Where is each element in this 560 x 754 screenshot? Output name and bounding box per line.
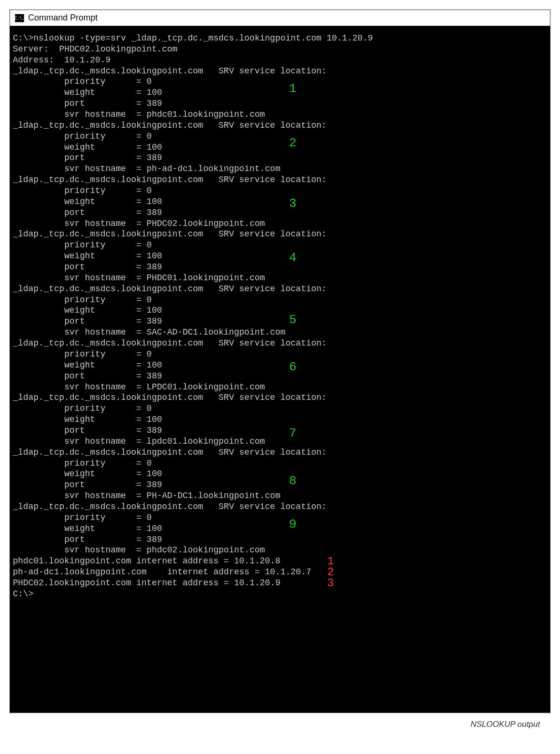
srv-port: port = 389 [13, 371, 550, 382]
annotation-number-green: 9 [289, 517, 297, 532]
annotation-number-green: 8 [289, 473, 297, 489]
srv-hostname: svr hostname = PH-AD-DC1.lookingpoint.co… [13, 490, 550, 501]
srv-port: port = 389 [13, 207, 550, 218]
srv-header: _ldap._tcp.dc._msdcs.lookingpoint.com SR… [13, 284, 550, 295]
annotation-number-green: 7 [289, 426, 297, 441]
srv-weight: weight = 100 [13, 360, 550, 371]
titlebar[interactable]: C:\. Command Prompt [10, 10, 550, 26]
cmd-icon: C:\. [15, 14, 24, 22]
srv-header: _ldap._tcp.dc._msdcs.lookingpoint.com SR… [13, 120, 550, 131]
server-line: Server: PHDC02.lookingpoint.com [13, 44, 550, 55]
annotation-number-green: 4 [289, 250, 297, 266]
srv-priority: priority = 0 [13, 403, 550, 414]
srv-priority: priority = 0 [13, 76, 550, 87]
srv-header: _ldap._tcp.dc._msdcs.lookingpoint.com SR… [13, 229, 550, 240]
srv-priority: priority = 0 [13, 458, 550, 469]
srv-priority: priority = 0 [13, 295, 550, 306]
srv-record: _ldap._tcp.dc._msdcs.lookingpoint.com SR… [13, 174, 550, 229]
address-line: Address: 10.1.20.9 [13, 55, 550, 66]
internet-address-line: phdc01.lookingpoint.com internet address… [13, 556, 550, 567]
window-title: Command Prompt [28, 13, 98, 23]
srv-record: _ldap._tcp.dc._msdcs.lookingpoint.com SR… [13, 392, 550, 447]
srv-port: port = 389 [13, 98, 550, 109]
srv-header: _ldap._tcp.dc._msdcs.lookingpoint.com SR… [13, 447, 550, 458]
srv-weight: weight = 100 [13, 251, 550, 262]
annotation-number-red: 3 [327, 576, 334, 591]
srv-record: _ldap._tcp.dc._msdcs.lookingpoint.com SR… [13, 66, 550, 120]
srv-weight: weight = 100 [13, 142, 550, 153]
internet-address-line: PHDC02.lookingpoint.com internet address… [13, 578, 550, 589]
srv-weight: weight = 100 [13, 469, 550, 479]
srv-record: _ldap._tcp.dc._msdcs.lookingpoint.com SR… [13, 447, 550, 501]
srv-hostname: svr hostname = PHDC02.lookingpoint.com [13, 218, 550, 229]
srv-port: port = 389 [13, 534, 550, 545]
srv-weight: weight = 100 [13, 414, 550, 425]
srv-priority: priority = 0 [13, 131, 550, 142]
figure-caption: NSLOOKUP output [10, 713, 550, 729]
srv-hostname: svr hostname = LPDC01.lookingpoint.com [13, 382, 550, 393]
srv-weight: weight = 100 [13, 87, 550, 98]
srv-port: port = 389 [13, 316, 550, 327]
srv-port: port = 389 [13, 153, 550, 163]
srv-hostname: svr hostname = SAC-AD-DC1.lookingpoint.c… [13, 327, 550, 338]
srv-priority: priority = 0 [13, 185, 550, 196]
prompt-line: C:\> [13, 589, 550, 600]
command-prompt-window: C:\. Command Prompt C:\>nslookup -type=s… [10, 10, 550, 713]
srv-hostname: svr hostname = phdc01.lookingpoint.com [13, 109, 550, 120]
srv-hostname: svr hostname = PHDC01.lookingpoint.com [13, 273, 550, 284]
srv-record: _ldap._tcp.dc._msdcs.lookingpoint.com SR… [13, 120, 550, 174]
srv-record: _ldap._tcp.dc._msdcs.lookingpoint.com SR… [13, 338, 550, 392]
srv-weight: weight = 100 [13, 196, 550, 207]
annotation-number-green: 3 [289, 196, 297, 212]
srv-priority: priority = 0 [13, 349, 550, 360]
srv-weight: weight = 100 [13, 523, 550, 534]
srv-priority: priority = 0 [13, 240, 550, 251]
terminal-output[interactable]: C:\>nslookup -type=srv _ldap._tcp.dc._ms… [10, 26, 550, 713]
srv-port: port = 389 [13, 479, 550, 490]
srv-record: _ldap._tcp.dc._msdcs.lookingpoint.com SR… [13, 229, 550, 283]
srv-header: _ldap._tcp.dc._msdcs.lookingpoint.com SR… [13, 66, 550, 77]
srv-record: _ldap._tcp.dc._msdcs.lookingpoint.com SR… [13, 501, 550, 556]
srv-hostname: svr hostname = phdc02.lookingpoint.com [13, 545, 550, 556]
srv-header: _ldap._tcp.dc._msdcs.lookingpoint.com SR… [13, 338, 550, 349]
annotation-number-green: 1 [289, 81, 297, 97]
annotation-number-green: 2 [289, 135, 297, 151]
srv-port: port = 389 [13, 262, 550, 273]
srv-hostname: svr hostname = lpdc01.lookingpoint.com [13, 436, 550, 447]
srv-header: _ldap._tcp.dc._msdcs.lookingpoint.com SR… [13, 392, 550, 403]
command-line: C:\>nslookup -type=srv _ldap._tcp.dc._ms… [13, 33, 550, 44]
srv-weight: weight = 100 [13, 305, 550, 316]
srv-hostname: svr hostname = ph-ad-dc1.lookingpoint.co… [13, 163, 550, 174]
address-block: phdc01.lookingpoint.com internet address… [13, 556, 550, 589]
srv-record: _ldap._tcp.dc._msdcs.lookingpoint.com SR… [13, 284, 550, 338]
srv-header: _ldap._tcp.dc._msdcs.lookingpoint.com SR… [13, 174, 550, 185]
annotation-number-green: 5 [289, 312, 297, 328]
srv-priority: priority = 0 [13, 512, 550, 523]
annotation-number-green: 6 [289, 359, 297, 375]
srv-port: port = 389 [13, 425, 550, 436]
srv-header: _ldap._tcp.dc._msdcs.lookingpoint.com SR… [13, 501, 550, 512]
internet-address-line: ph-ad-dc1.lookingpoint.com internet addr… [13, 567, 550, 578]
